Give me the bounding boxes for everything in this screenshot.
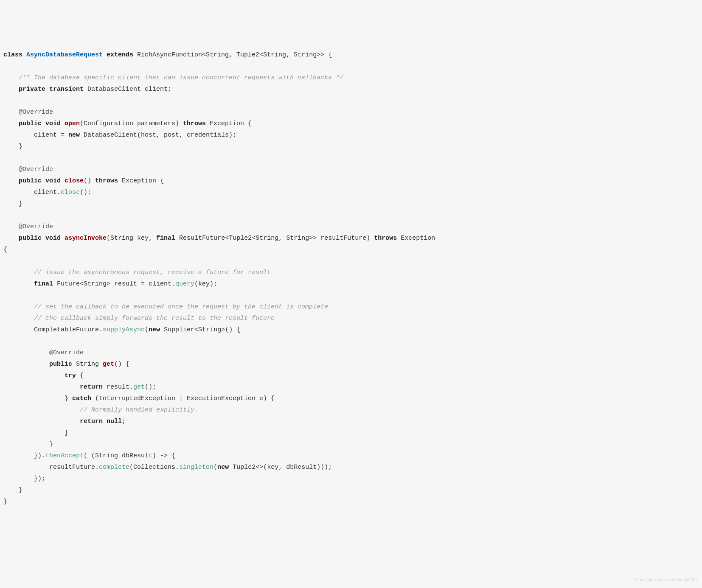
stmt: Future<String> result = client. xyxy=(57,280,175,288)
kw-new: new xyxy=(217,464,233,471)
kw-throws: throws xyxy=(374,235,401,242)
brace-close: } xyxy=(3,200,22,207)
method-tail: Exception { xyxy=(210,120,252,127)
kw-public-void: public void xyxy=(3,120,65,127)
kw-public: public xyxy=(3,361,76,368)
kw-final: final xyxy=(3,280,57,288)
stmt-tail: (); xyxy=(145,384,156,391)
kw-new: new xyxy=(68,132,84,139)
method-close: close xyxy=(65,177,84,185)
fn-get: get xyxy=(133,384,145,391)
method-params: () xyxy=(84,177,95,185)
kw-return: return xyxy=(3,384,107,391)
brace-close: } xyxy=(3,143,22,150)
stmt-prefix: resultFuture. xyxy=(3,464,99,471)
semi: ; xyxy=(122,418,126,425)
comment-line: // Normally handled explicitly. xyxy=(3,406,198,414)
fn-thenaccept: thenAccept xyxy=(45,452,84,459)
stmt: result. xyxy=(107,384,133,391)
field-decl: DatabaseClient client; xyxy=(87,86,171,93)
fn-complete: complete xyxy=(99,464,129,471)
method-params: (String key, xyxy=(107,235,156,242)
kw-private-transient: private transient xyxy=(3,86,87,93)
paren: ( xyxy=(145,326,149,333)
ctor-call: DatabaseClient(host, post, credentials); xyxy=(84,132,236,139)
lambda-head: ( (String dbResult) -> { xyxy=(84,452,175,459)
brace-close: } xyxy=(3,498,7,505)
ctor-call: Tuple2<>(key, dbResult))); xyxy=(233,464,332,471)
stmt-tail: (key); xyxy=(194,280,217,288)
ret-type: String xyxy=(76,361,103,368)
class-name: AsyncDatabaseRequest xyxy=(26,51,103,59)
kw-public-void: public void xyxy=(3,235,65,242)
kw-class: class xyxy=(3,51,26,59)
kw-new: new xyxy=(149,326,164,333)
method-tail: () { xyxy=(114,361,129,368)
supplier-decl: Supplier<String>() { xyxy=(164,326,240,333)
kw-extends: extends xyxy=(103,51,137,59)
brace-close: } xyxy=(3,395,72,402)
stmt-prefix: client. xyxy=(3,189,61,196)
paren: ( xyxy=(213,464,217,471)
kw-return-null: return null xyxy=(3,418,122,425)
annotation-override: @Override xyxy=(3,349,84,356)
kw-throws: throws xyxy=(183,120,210,127)
annotation-override: @Override xyxy=(3,223,53,230)
kw-final: final xyxy=(156,235,179,242)
brace-close: } xyxy=(3,429,68,437)
method-open: open xyxy=(65,120,80,127)
annotation-override: @Override xyxy=(3,109,53,116)
fn-supplyasync: supplyAsync xyxy=(103,326,145,333)
kw-public-void: public void xyxy=(3,177,65,185)
fn-close: close xyxy=(61,189,80,196)
method-params: (Configuration parameters) xyxy=(80,120,183,127)
kw-catch: catch xyxy=(72,395,95,402)
method-params-tail: ResultFuture<Tuple2<String, String>> res… xyxy=(179,235,374,242)
brace-close: }); xyxy=(3,475,45,482)
annotation-override: @Override xyxy=(3,166,53,173)
method-get: get xyxy=(103,361,114,368)
brace-open: { xyxy=(3,246,7,253)
stmt-prefix: CompletableFuture. xyxy=(3,326,103,333)
comment-line: // set the callback to be executed once … xyxy=(3,303,328,311)
brace-close: } xyxy=(3,441,53,448)
code-block: class AsyncDatabaseRequest extends RichA… xyxy=(3,49,699,507)
fn-singleton: singleton xyxy=(179,464,213,471)
brace-close: } xyxy=(3,487,22,494)
stmt-prefix: client = xyxy=(3,132,68,139)
kw-throws: throws xyxy=(95,177,122,185)
method-tail: Exception { xyxy=(122,177,164,185)
throws-ex: Exception xyxy=(401,235,439,242)
method-asyncinvoke: asyncInvoke xyxy=(65,235,107,242)
catch-params: (InterruptedException | ExecutionExcepti… xyxy=(95,395,275,402)
fn-query: query xyxy=(175,280,194,288)
stmt: (Collections. xyxy=(129,464,179,471)
class-decl-tail: RichAsyncFunction<String, Tuple2<String,… xyxy=(137,51,332,59)
comment-line: /** The database specific client that ca… xyxy=(3,74,343,81)
stmt-tail: (); xyxy=(80,189,91,196)
comment-line: // issue the asynchronous request, recei… xyxy=(3,269,271,276)
stmt-prefix: }). xyxy=(3,452,45,459)
comment-line: // the callback simply forwards the resu… xyxy=(3,315,275,322)
watermark-text: https://blog.csdn.net/dafengit-007 xyxy=(635,574,698,585)
kw-try: try xyxy=(3,372,80,379)
brace-open: { xyxy=(80,372,84,379)
